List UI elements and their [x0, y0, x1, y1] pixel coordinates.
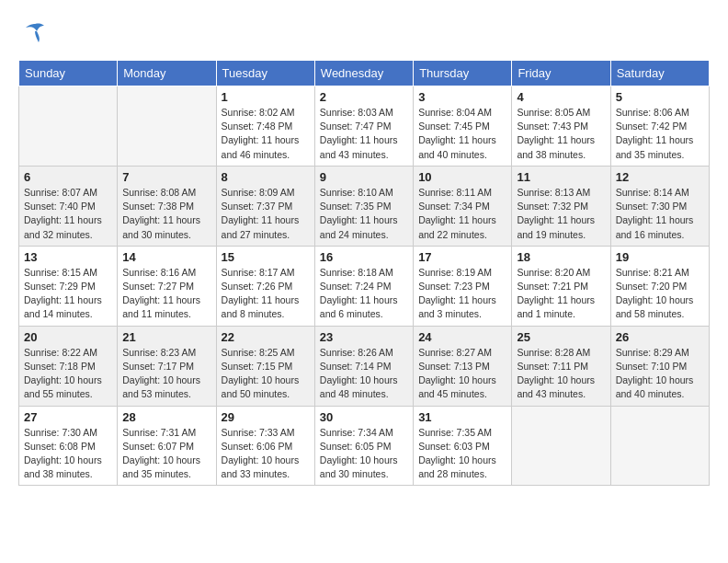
day-info: Sunrise: 8:19 AM Sunset: 7:23 PM Dayligh…	[418, 266, 506, 322]
day-info: Sunrise: 8:10 AM Sunset: 7:35 PM Dayligh…	[320, 186, 408, 242]
day-number: 4	[517, 90, 605, 104]
day-info: Sunrise: 7:35 AM Sunset: 6:03 PM Dayligh…	[418, 426, 506, 482]
day-info: Sunrise: 8:09 AM Sunset: 7:37 PM Dayligh…	[222, 186, 310, 242]
calendar-cell: 6Sunrise: 8:07 AM Sunset: 7:40 PM Daylig…	[19, 166, 118, 246]
day-number: 30	[320, 410, 408, 424]
day-number: 9	[320, 170, 408, 184]
day-info: Sunrise: 8:05 AM Sunset: 7:43 PM Dayligh…	[517, 106, 605, 162]
calendar-week-row: 20Sunrise: 8:22 AM Sunset: 7:18 PM Dayli…	[19, 326, 710, 406]
calendar-cell	[610, 406, 709, 486]
day-number: 27	[24, 410, 112, 424]
calendar-cell: 15Sunrise: 8:17 AM Sunset: 7:26 PM Dayli…	[216, 246, 314, 326]
calendar-cell: 10Sunrise: 8:11 AM Sunset: 7:34 PM Dayli…	[414, 166, 512, 246]
calendar-cell: 8Sunrise: 8:09 AM Sunset: 7:37 PM Daylig…	[216, 166, 314, 246]
calendar-cell: 22Sunrise: 8:25 AM Sunset: 7:15 PM Dayli…	[216, 326, 314, 406]
day-info: Sunrise: 7:30 AM Sunset: 6:08 PM Dayligh…	[24, 426, 112, 482]
day-info: Sunrise: 8:17 AM Sunset: 7:26 PM Dayligh…	[222, 266, 310, 322]
day-info: Sunrise: 7:34 AM Sunset: 6:05 PM Dayligh…	[320, 426, 408, 482]
calendar-cell: 14Sunrise: 8:16 AM Sunset: 7:27 PM Dayli…	[118, 246, 216, 326]
day-number: 25	[517, 330, 605, 344]
day-info: Sunrise: 8:14 AM Sunset: 7:30 PM Dayligh…	[616, 186, 704, 242]
calendar-cell: 17Sunrise: 8:19 AM Sunset: 7:23 PM Dayli…	[414, 246, 512, 326]
logo-bird-icon	[22, 18, 48, 51]
calendar-table: SundayMondayTuesdayWednesdayThursdayFrid…	[18, 60, 710, 486]
calendar-week-row: 27Sunrise: 7:30 AM Sunset: 6:08 PM Dayli…	[19, 406, 710, 486]
calendar-cell: 18Sunrise: 8:20 AM Sunset: 7:21 PM Dayli…	[512, 246, 610, 326]
calendar-cell: 3Sunrise: 8:04 AM Sunset: 7:45 PM Daylig…	[414, 86, 512, 167]
calendar-cell: 11Sunrise: 8:13 AM Sunset: 7:32 PM Dayli…	[512, 166, 610, 246]
day-number: 20	[24, 330, 112, 344]
logo	[18, 18, 48, 51]
calendar-cell: 31Sunrise: 7:35 AM Sunset: 6:03 PM Dayli…	[414, 406, 512, 486]
calendar-cell: 30Sunrise: 7:34 AM Sunset: 6:05 PM Dayli…	[314, 406, 413, 486]
day-number: 18	[517, 250, 605, 264]
day-number: 29	[222, 410, 310, 424]
day-number: 19	[616, 250, 704, 264]
day-info: Sunrise: 8:23 AM Sunset: 7:17 PM Dayligh…	[122, 346, 210, 402]
weekday-header-wednesday: Wednesday	[314, 61, 413, 86]
day-info: Sunrise: 8:27 AM Sunset: 7:13 PM Dayligh…	[418, 346, 506, 402]
day-number: 15	[222, 250, 310, 264]
calendar-cell: 26Sunrise: 8:29 AM Sunset: 7:10 PM Dayli…	[610, 326, 709, 406]
day-number: 21	[122, 330, 210, 344]
calendar-cell: 19Sunrise: 8:21 AM Sunset: 7:20 PM Dayli…	[610, 246, 709, 326]
day-info: Sunrise: 8:21 AM Sunset: 7:20 PM Dayligh…	[616, 266, 704, 322]
day-info: Sunrise: 8:02 AM Sunset: 7:48 PM Dayligh…	[222, 106, 310, 162]
day-info: Sunrise: 8:15 AM Sunset: 7:29 PM Dayligh…	[24, 266, 112, 322]
day-number: 31	[418, 410, 506, 424]
calendar-cell	[512, 406, 610, 486]
day-number: 13	[24, 250, 112, 264]
day-info: Sunrise: 8:16 AM Sunset: 7:27 PM Dayligh…	[122, 266, 210, 322]
calendar-cell: 5Sunrise: 8:06 AM Sunset: 7:42 PM Daylig…	[610, 86, 709, 167]
calendar-cell	[19, 86, 118, 167]
weekday-header-tuesday: Tuesday	[216, 61, 314, 86]
day-number: 16	[320, 250, 408, 264]
calendar-week-row: 13Sunrise: 8:15 AM Sunset: 7:29 PM Dayli…	[19, 246, 710, 326]
calendar-cell: 12Sunrise: 8:14 AM Sunset: 7:30 PM Dayli…	[610, 166, 709, 246]
day-info: Sunrise: 8:11 AM Sunset: 7:34 PM Dayligh…	[418, 186, 506, 242]
day-info: Sunrise: 7:33 AM Sunset: 6:06 PM Dayligh…	[222, 426, 310, 482]
calendar-cell: 13Sunrise: 8:15 AM Sunset: 7:29 PM Dayli…	[19, 246, 118, 326]
day-info: Sunrise: 8:26 AM Sunset: 7:14 PM Dayligh…	[320, 346, 408, 402]
day-number: 7	[122, 170, 210, 184]
calendar-cell: 4Sunrise: 8:05 AM Sunset: 7:43 PM Daylig…	[512, 86, 610, 167]
day-number: 10	[418, 170, 506, 184]
weekday-header-saturday: Saturday	[610, 61, 709, 86]
weekday-header-friday: Friday	[512, 61, 610, 86]
day-info: Sunrise: 8:13 AM Sunset: 7:32 PM Dayligh…	[517, 186, 605, 242]
day-number: 28	[122, 410, 210, 424]
day-number: 8	[222, 170, 310, 184]
calendar-cell: 21Sunrise: 8:23 AM Sunset: 7:17 PM Dayli…	[118, 326, 216, 406]
calendar-cell: 25Sunrise: 8:28 AM Sunset: 7:11 PM Dayli…	[512, 326, 610, 406]
calendar-cell: 29Sunrise: 7:33 AM Sunset: 6:06 PM Dayli…	[216, 406, 314, 486]
day-number: 2	[320, 90, 408, 104]
day-info: Sunrise: 8:28 AM Sunset: 7:11 PM Dayligh…	[517, 346, 605, 402]
weekday-header-thursday: Thursday	[414, 61, 512, 86]
day-number: 5	[616, 90, 704, 104]
day-number: 1	[222, 90, 310, 104]
day-number: 23	[320, 330, 408, 344]
day-number: 6	[24, 170, 112, 184]
calendar-cell: 1Sunrise: 8:02 AM Sunset: 7:48 PM Daylig…	[216, 86, 314, 167]
weekday-header-monday: Monday	[118, 61, 216, 86]
day-info: Sunrise: 7:31 AM Sunset: 6:07 PM Dayligh…	[122, 426, 210, 482]
calendar-cell: 24Sunrise: 8:27 AM Sunset: 7:13 PM Dayli…	[414, 326, 512, 406]
day-number: 3	[418, 90, 506, 104]
calendar-cell: 23Sunrise: 8:26 AM Sunset: 7:14 PM Dayli…	[314, 326, 413, 406]
day-info: Sunrise: 8:03 AM Sunset: 7:47 PM Dayligh…	[320, 106, 408, 162]
day-info: Sunrise: 8:04 AM Sunset: 7:45 PM Dayligh…	[418, 106, 506, 162]
day-info: Sunrise: 8:08 AM Sunset: 7:38 PM Dayligh…	[122, 186, 210, 242]
day-number: 26	[616, 330, 704, 344]
calendar-week-row: 6Sunrise: 8:07 AM Sunset: 7:40 PM Daylig…	[19, 166, 710, 246]
day-info: Sunrise: 8:18 AM Sunset: 7:24 PM Dayligh…	[320, 266, 408, 322]
weekday-header-sunday: Sunday	[19, 61, 118, 86]
day-number: 11	[517, 170, 605, 184]
calendar-cell: 9Sunrise: 8:10 AM Sunset: 7:35 PM Daylig…	[314, 166, 413, 246]
day-info: Sunrise: 8:07 AM Sunset: 7:40 PM Dayligh…	[24, 186, 112, 242]
weekday-header-row: SundayMondayTuesdayWednesdayThursdayFrid…	[19, 61, 710, 86]
page-header	[18, 18, 710, 51]
day-info: Sunrise: 8:29 AM Sunset: 7:10 PM Dayligh…	[616, 346, 704, 402]
day-number: 14	[122, 250, 210, 264]
calendar-cell: 20Sunrise: 8:22 AM Sunset: 7:18 PM Dayli…	[19, 326, 118, 406]
day-info: Sunrise: 8:22 AM Sunset: 7:18 PM Dayligh…	[24, 346, 112, 402]
